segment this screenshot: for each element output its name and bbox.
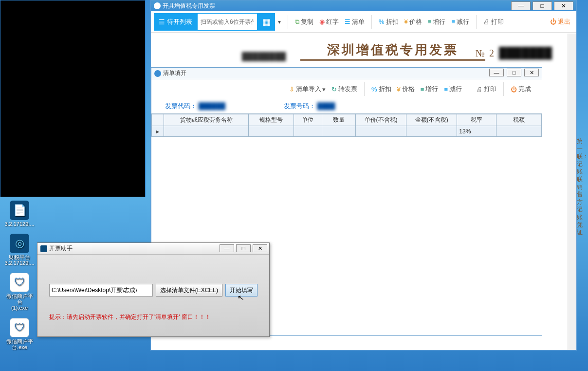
col-amount[interactable]: 金额(不含税) [406, 114, 457, 126]
close-button[interactable]: ✕ [554, 1, 573, 10]
dropdown-arrow[interactable]: ▾ [275, 19, 284, 25]
addrow-button[interactable]: ≡增行 [418, 85, 441, 93]
maximize-button[interactable]: □ [236, 244, 251, 252]
addrow-button[interactable]: ≡增行 [425, 18, 449, 26]
invoice-num-value: ████ [317, 102, 335, 110]
red-invoice-button[interactable]: ◉红字 [316, 18, 342, 26]
desktop-icon[interactable]: ◎ 财税平台 3.2.17129.... [4, 234, 35, 266]
invoice-no-value: ███████ [499, 47, 552, 59]
copy-button[interactable]: ⧉复制 [292, 18, 316, 26]
minimize-button[interactable]: — [220, 244, 234, 252]
invoice-code-value: ██████ [199, 102, 225, 110]
col-spec[interactable]: 规格型号 [249, 114, 294, 126]
price-button[interactable]: ¥价格 [402, 18, 425, 26]
pending-list-button[interactable]: ☰待开列表 [154, 13, 197, 31]
list-toolbar: ⇩清单导入▾ ↻转发票 %折扣 ¥价格 ≡增行 ≡减行 🖨打印 ⏻完成 [151, 79, 542, 99]
app-icon [154, 2, 161, 9]
helper-tip: 提示：请先启动开票软件，并确定打开了'清单填开' 窗口！！！ [49, 313, 257, 321]
desktop-icon[interactable]: 🛡 微信商户平台 (1).exe [4, 273, 35, 311]
minimize-button[interactable]: — [489, 69, 504, 76]
col-price[interactable]: 单价(不含税) [355, 114, 406, 126]
discount-button[interactable]: %折扣 [376, 18, 402, 26]
col-name[interactable]: 货物或应税劳务名称 [164, 114, 249, 126]
col-qty[interactable]: 数量 [322, 114, 355, 126]
discount-button[interactable]: %折扣 [368, 85, 394, 93]
list-button[interactable]: ☰清单 [342, 18, 368, 26]
print-button[interactable]: 🖨打印 [473, 85, 499, 93]
finish-button[interactable]: ⏻完成 [508, 85, 534, 93]
invoice-code-label: 发票代码： [165, 102, 197, 110]
desktop-icon[interactable]: 🛡 微信商户平 台.exe [4, 318, 35, 350]
app-icon [154, 70, 161, 77]
table-row[interactable]: ▸ 13% [152, 126, 542, 137]
window-title: 清单填开 [163, 69, 186, 77]
tax-rate-cell[interactable]: 13% [457, 126, 496, 137]
close-button[interactable]: ✕ [524, 69, 539, 76]
invoice-no-label: № 2 [476, 48, 495, 59]
col-unit[interactable]: 单位 [294, 114, 322, 126]
window-title: 开票助手 [49, 244, 73, 253]
maximize-button[interactable]: □ [507, 69, 521, 76]
blurred-text: ████████ [242, 52, 286, 61]
desktop-label: 微信商户平 台.exe [4, 338, 35, 350]
desktop-label: 3.2.17129.... [4, 221, 35, 227]
invoice-fold-label: 第一联：记账联 销售方记账凭证 [577, 138, 586, 237]
main-toolbar: ☰待开列表 ▦ ▾ ⧉复制 ◉红字 ☰清单 %折扣 ¥价格 ≡增行 ≡减行 🖨打… [151, 11, 576, 33]
select-file-button[interactable]: 选择清单文件(EXCEL) [156, 284, 222, 297]
file-path-input[interactable] [49, 284, 153, 297]
invoice-title: 深圳增值税专用发票 [300, 41, 485, 61]
price-button[interactable]: ¥价格 [394, 85, 418, 93]
delrow-button[interactable]: ≡减行 [441, 85, 465, 93]
invoice-num-label: 发票号码： [284, 102, 315, 110]
close-button[interactable]: ✕ [253, 244, 267, 252]
delrow-button[interactable]: ≡减行 [448, 18, 472, 26]
desktop-label: 微信商户平台 (1).exe [4, 293, 35, 311]
invoice-helper-window: 开票助手 — □ ✕ 选择清单文件(EXCEL) 开始填写 提示：请先启动开票软… [37, 242, 270, 337]
col-tax[interactable]: 税额 [496, 114, 542, 126]
minimize-button[interactable]: — [511, 1, 531, 10]
print-button[interactable]: 🖨打印 [480, 18, 507, 26]
window-title: 开具增值税专用发票 [163, 2, 215, 10]
desktop-icon[interactable]: 📄 3.2.17129.... [4, 201, 35, 227]
scan-input[interactable] [197, 13, 257, 31]
col-taxrate[interactable]: 税率 [457, 114, 496, 126]
maximize-button[interactable]: □ [533, 1, 552, 10]
item-grid[interactable]: 货物或应税劳务名称 规格型号 单位 数量 单价(不含税) 金额(不含税) 税率 … [151, 113, 542, 137]
import-button[interactable]: ⇩清单导入▾ [286, 85, 329, 93]
desktop-label: 财税平台 3.2.17129.... [4, 254, 35, 266]
exit-button[interactable]: ⏻退出 [547, 18, 573, 26]
qr-icon[interactable]: ▦ [257, 13, 275, 31]
app-icon [40, 245, 47, 252]
scrollbar[interactable] [568, 34, 576, 350]
to-invoice-button[interactable]: ↻转发票 [329, 85, 360, 93]
